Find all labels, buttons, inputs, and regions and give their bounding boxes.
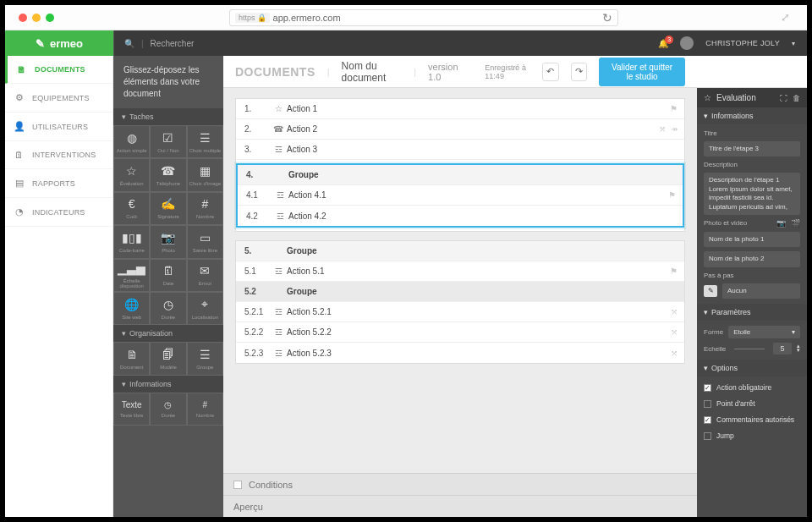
tool-envoi[interactable]: ✉Envoi — [187, 259, 223, 292]
tool-evaluation[interactable]: ☆Évaluation — [113, 158, 150, 191]
flag-icon: ⚑ — [670, 104, 684, 113]
tool-signature[interactable]: ✍Signature — [150, 192, 186, 225]
brand-logo[interactable]: ✎ ermeo — [5, 30, 113, 56]
date-icon: 🗓 — [162, 264, 174, 277]
branch-icon: ⤱ — [659, 124, 666, 134]
tool-duree2[interactable]: ◷Durée — [150, 393, 186, 426]
step-row[interactable]: 4.2☲Action 4.2 — [238, 206, 683, 226]
tool-choix-multiple[interactable]: ☰Choix multiple — [187, 125, 223, 158]
step-row[interactable]: 5.2.3☲Action 5.2.3⤱ — [236, 343, 684, 363]
group-header[interactable]: 4.Groupe — [238, 165, 683, 185]
reload-icon[interactable]: ↻ — [602, 11, 612, 25]
tool-modele[interactable]: 🗐Modèle — [150, 342, 186, 375]
echelle-value[interactable]: 5 — [773, 343, 792, 354]
selected-group[interactable]: 4.Groupe 4.1☲Action 4.1⚑ 4.2☲Action 4.2 — [236, 163, 684, 228]
tool-texte[interactable]: TexteTexte libre — [113, 393, 150, 426]
field-pas[interactable]: Aucun — [722, 283, 800, 299]
notifications-icon[interactable]: 🔔3 — [658, 39, 668, 48]
star-icon: ☆ — [704, 93, 711, 102]
step-row[interactable]: 5.2.1☲Action 5.2.1⤱ — [236, 302, 684, 322]
step-row[interactable]: 5.2.2☲Action 5.2.2⤱ — [236, 322, 684, 343]
tool-document[interactable]: 🗎Document — [113, 342, 150, 375]
section-parametres[interactable]: ▾ Paramètres — [697, 304, 807, 321]
group-header[interactable]: 5.2Groupe — [236, 282, 684, 302]
nav-rapports[interactable]: ▤RAPPORTS — [5, 169, 112, 198]
accordion-apercu[interactable]: Aperçu — [223, 495, 697, 517]
camera-icon[interactable]: 📷 — [776, 219, 786, 228]
document-name[interactable]: Nom du document — [342, 60, 403, 84]
select-forme[interactable]: Etoile▾ — [728, 326, 800, 338]
tool-localisation[interactable]: ⌖Localisation — [187, 292, 223, 325]
window-controls[interactable] — [19, 14, 54, 22]
app-topbar: ✎ ermeo 🔍 | Rechercher 🔔3 CHRISTOPHE JOL… — [5, 30, 807, 56]
nav-utilisateurs[interactable]: 👤UTILISATEURS — [5, 113, 112, 141]
textbox-icon: ▭ — [200, 231, 211, 245]
step-row[interactable]: 4.1☲Action 4.1⚑ — [238, 185, 683, 206]
list-icon: ☲ — [270, 307, 287, 316]
tool-photo[interactable]: 📷Photo — [150, 225, 186, 258]
flag-icon: ⚑ — [670, 266, 684, 276]
field-description[interactable]: Description de l'étape 1 Lorem ipsum dol… — [704, 173, 800, 215]
global-search[interactable]: 🔍 | Rechercher — [113, 30, 204, 56]
phone-icon: ☎ — [270, 124, 287, 134]
palette-section-informations[interactable]: ▾ Informations — [113, 376, 223, 393]
nav-indicateurs[interactable]: ◔INDICATEURS — [5, 198, 112, 227]
forward-icon: ↠ — [671, 124, 678, 134]
validate-button[interactable]: Valider et quitter le studio — [599, 58, 685, 86]
palette-section-organisation[interactable]: ▾ Organisation — [113, 325, 223, 342]
tool-oui-non[interactable]: ☑Oui / Non — [150, 125, 186, 158]
checkbox-commentaires[interactable]: ✓Commentaires autorisés — [704, 414, 800, 426]
tool-cout[interactable]: €Coût — [113, 192, 150, 225]
tool-action-simple[interactable]: ◍Action simple — [113, 125, 150, 158]
redo-button[interactable]: ↷ — [571, 63, 588, 81]
nav-interventions[interactable]: 🗓INTERVENTIONS — [5, 141, 112, 169]
expand-icon[interactable]: ⤢ — [781, 11, 790, 24]
edit-icon[interactable]: ✎ — [704, 285, 717, 297]
accordion-conditions[interactable]: Conditions — [223, 473, 697, 495]
tool-telephone[interactable]: ☎Téléphone — [150, 158, 186, 191]
checkbox-jump[interactable]: Jump — [704, 430, 800, 442]
list-icon: ☲ — [270, 327, 287, 337]
user-name[interactable]: CHRISTOPHE JOLY — [705, 39, 780, 47]
step-row[interactable]: 2.☎Action 2⤱↠ — [236, 119, 684, 140]
canvas[interactable]: 1.☆Action 1⚑ 2.☎Action 2⤱↠ 3.☲Action 3 4… — [223, 88, 697, 473]
tool-echelle[interactable]: ▁▃▅Échelle disposition — [113, 259, 150, 292]
video-icon[interactable]: 🎬 — [791, 219, 800, 228]
step-row[interactable]: 5.1☲Action 5.1⚑ — [236, 261, 684, 282]
avatar[interactable] — [680, 36, 694, 50]
section-informations[interactable]: ▾ Informations — [697, 107, 807, 124]
document-icon: 🗎 — [126, 348, 138, 361]
nav-documents[interactable]: 🗎DOCUMENTS — [5, 56, 112, 84]
tool-duree[interactable]: ◷Durée — [150, 292, 186, 325]
chevron-down-icon[interactable]: ▾ — [792, 40, 795, 47]
stepper-icon[interactable]: ▴▾ — [797, 344, 800, 353]
checklist-icon: ☑ — [162, 131, 173, 145]
tool-code-barre[interactable]: ▮▯▮Code-barre — [113, 225, 150, 258]
pin-icon: ⌖ — [201, 297, 208, 311]
undo-button[interactable]: ↶ — [542, 63, 559, 81]
tool-groupe[interactable]: ☰Groupe — [187, 342, 223, 375]
tool-nombre[interactable]: #Nombre — [187, 192, 223, 225]
url-bar[interactable]: https 🔒 app.ermero.com — [229, 9, 618, 26]
section-options[interactable]: ▾ Options — [697, 360, 807, 376]
nav-equipements[interactable]: ⚙EQUIPEMENTS — [5, 84, 112, 113]
expand-prop-icon[interactable]: ⛶ — [780, 94, 787, 102]
tool-nombre2[interactable]: #Nombre — [187, 393, 223, 426]
report-icon: ▤ — [14, 178, 25, 189]
tool-site-web[interactable]: 🌐Site web — [113, 292, 150, 325]
photo-item[interactable]: Nom de la photo 2 — [704, 251, 800, 266]
tool-date[interactable]: 🗓Date — [150, 259, 186, 292]
tool-choix-image[interactable]: ▦Choix d'image — [187, 158, 223, 191]
palette-section-taches[interactable]: ▾ Taches — [113, 108, 223, 125]
checkbox-point-arret[interactable]: Point d'arrêt — [704, 398, 800, 409]
mail-icon: ✉ — [200, 264, 210, 277]
step-row[interactable]: 1.☆Action 1⚑ — [236, 99, 684, 119]
tool-saisie-libre[interactable]: ▭Saisie libre — [187, 225, 223, 258]
photo-item[interactable]: Nom de la photo 1 — [704, 232, 800, 247]
group-header[interactable]: 5.Groupe — [236, 241, 684, 261]
field-titre[interactable]: Titre de l'étape 3 — [704, 141, 800, 157]
gauge-icon: ◔ — [14, 206, 25, 217]
step-row[interactable]: 3.☲Action 3 — [236, 140, 684, 160]
checkbox-action-obligatoire[interactable]: ✓Action obligatoire — [704, 382, 800, 393]
delete-prop-icon[interactable]: 🗑 — [793, 94, 800, 102]
